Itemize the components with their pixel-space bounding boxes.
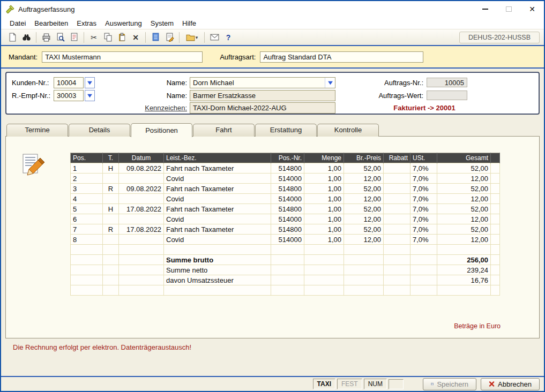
position-cell[interactable] xyxy=(384,174,410,184)
menu-system[interactable]: System xyxy=(146,18,178,28)
position-cell[interactable] xyxy=(384,194,410,204)
position-cell[interactable]: Covid xyxy=(164,235,271,245)
tab-termine[interactable]: Termine xyxy=(6,124,68,137)
position-cell[interactable]: 4 xyxy=(71,194,103,204)
tab-positionen[interactable]: Positionen xyxy=(131,123,192,137)
position-cell[interactable]: 1 xyxy=(71,163,103,174)
notes-icon[interactable] xyxy=(163,31,176,44)
auftragsart-input[interactable] xyxy=(260,51,423,63)
position-cell[interactable]: H xyxy=(103,163,119,174)
position-cell[interactable]: 09.08.2022 xyxy=(119,184,164,194)
delete-icon[interactable]: ✕ xyxy=(129,31,142,44)
maximize-icon[interactable] xyxy=(497,1,520,17)
copy-icon[interactable] xyxy=(101,31,114,44)
position-cell[interactable]: 3 xyxy=(71,184,103,194)
position-cell[interactable]: 514000 xyxy=(271,174,304,184)
position-cell[interactable]: 52,00 xyxy=(344,163,384,174)
kunden-nr-dropdown-icon[interactable] xyxy=(85,77,95,88)
position-cell[interactable] xyxy=(384,184,410,194)
position-cell[interactable]: H xyxy=(103,204,119,214)
position-cell[interactable]: 7,0% xyxy=(410,235,437,245)
position-cell[interactable]: Covid xyxy=(164,194,271,204)
position-cell[interactable] xyxy=(103,235,119,245)
position-cell[interactable]: 12,00 xyxy=(344,235,384,245)
mandant-input[interactable] xyxy=(42,51,203,63)
position-cell[interactable]: 52,00 xyxy=(437,224,491,235)
position-cell[interactable]: 7,0% xyxy=(410,174,437,184)
position-cell[interactable]: 7,0% xyxy=(410,163,437,174)
position-cell[interactable]: 52,00 xyxy=(344,204,384,214)
close-icon[interactable]: ✕ xyxy=(520,1,544,17)
print-preview-icon[interactable] xyxy=(54,31,66,44)
position-cell[interactable]: 514000 xyxy=(271,214,304,224)
position-cell[interactable]: 52,00 xyxy=(344,184,384,194)
position-cell[interactable]: 1,00 xyxy=(304,214,344,224)
cut-icon[interactable]: ✂ xyxy=(87,31,100,44)
position-cell[interactable] xyxy=(103,214,119,224)
position-cell[interactable]: R xyxy=(103,224,119,235)
position-cell[interactable]: 5 xyxy=(71,204,103,214)
cancel-button[interactable]: Abbrechen xyxy=(481,378,540,390)
rempf-nr-dropdown-icon[interactable] xyxy=(85,90,95,101)
position-cell[interactable]: 1,00 xyxy=(304,163,344,174)
position-cell[interactable]: 7,0% xyxy=(410,204,437,214)
position-cell[interactable] xyxy=(103,194,119,204)
position-cell[interactable]: Covid xyxy=(164,214,271,224)
position-cell[interactable]: 514800 xyxy=(271,204,304,214)
position-cell[interactable]: 6 xyxy=(71,214,103,224)
position-cell[interactable]: R xyxy=(103,184,119,194)
position-cell[interactable] xyxy=(384,224,410,235)
minimize-icon[interactable] xyxy=(473,1,497,17)
position-cell[interactable]: 7,0% xyxy=(410,194,437,204)
name-input[interactable] xyxy=(190,77,335,88)
position-cell[interactable]: 514800 xyxy=(271,163,304,174)
position-cell[interactable]: 514800 xyxy=(271,184,304,194)
position-cell[interactable] xyxy=(384,235,410,245)
search-binoculars-icon[interactable] xyxy=(20,31,33,44)
position-cell[interactable] xyxy=(103,174,119,184)
folder-open-icon[interactable]: ▾ xyxy=(183,31,201,44)
menu-hilfe[interactable]: Hilfe xyxy=(178,18,200,28)
position-cell[interactable] xyxy=(384,163,410,174)
kunden-nr-input[interactable] xyxy=(54,77,84,88)
position-cell[interactable] xyxy=(119,194,164,204)
position-cell[interactable]: 17.08.2022 xyxy=(119,204,164,214)
position-cell[interactable]: Covid xyxy=(164,174,271,184)
menu-bearbeiten[interactable]: Bearbeiten xyxy=(30,18,72,28)
position-cell[interactable]: 12,00 xyxy=(344,214,384,224)
rempf-nr-input[interactable] xyxy=(54,90,84,101)
position-cell[interactable] xyxy=(119,214,164,224)
send-icon[interactable] xyxy=(208,31,221,44)
position-cell[interactable]: Fahrt nach Taxameter xyxy=(164,163,271,174)
position-cell[interactable]: Fahrt nach Taxameter xyxy=(164,204,271,214)
save-button[interactable]: Speichern xyxy=(423,378,476,390)
position-cell[interactable]: 52,00 xyxy=(437,204,491,214)
document-blue-icon[interactable] xyxy=(149,31,162,44)
position-cell[interactable]: 12,00 xyxy=(344,174,384,184)
position-cell[interactable] xyxy=(119,174,164,184)
folder-dropdown-icon[interactable]: ▾ xyxy=(196,35,198,40)
tab-kontrolle[interactable]: Kontrolle xyxy=(317,124,379,137)
print-icon[interactable] xyxy=(40,31,53,44)
position-cell[interactable]: 52,00 xyxy=(344,224,384,235)
help-icon[interactable]: ? xyxy=(222,31,235,44)
position-cell[interactable] xyxy=(384,214,410,224)
position-cell[interactable]: 7 xyxy=(71,224,103,235)
position-cell[interactable]: 8 xyxy=(71,235,103,245)
position-cell[interactable] xyxy=(384,204,410,214)
position-cell[interactable]: 09.08.2022 xyxy=(119,163,164,174)
position-cell[interactable]: 514800 xyxy=(271,224,304,235)
position-cell[interactable]: 7,0% xyxy=(410,224,437,235)
position-cell[interactable]: 1,00 xyxy=(304,184,344,194)
position-cell[interactable]: Fahrt nach Taxameter xyxy=(164,184,271,194)
position-cell[interactable]: 12,00 xyxy=(437,235,491,245)
position-cell[interactable]: 1,00 xyxy=(304,194,344,204)
position-cell[interactable]: 12,00 xyxy=(437,194,491,204)
menu-datei[interactable]: Datei xyxy=(5,18,30,28)
menu-extras[interactable]: Extras xyxy=(72,18,101,28)
position-cell[interactable]: 1,00 xyxy=(304,224,344,235)
position-cell[interactable]: 514000 xyxy=(271,235,304,245)
position-cell[interactable]: 1,00 xyxy=(304,235,344,245)
tab-fahrt[interactable]: Fahrt xyxy=(193,124,255,137)
name-dropdown-icon[interactable] xyxy=(325,78,335,88)
